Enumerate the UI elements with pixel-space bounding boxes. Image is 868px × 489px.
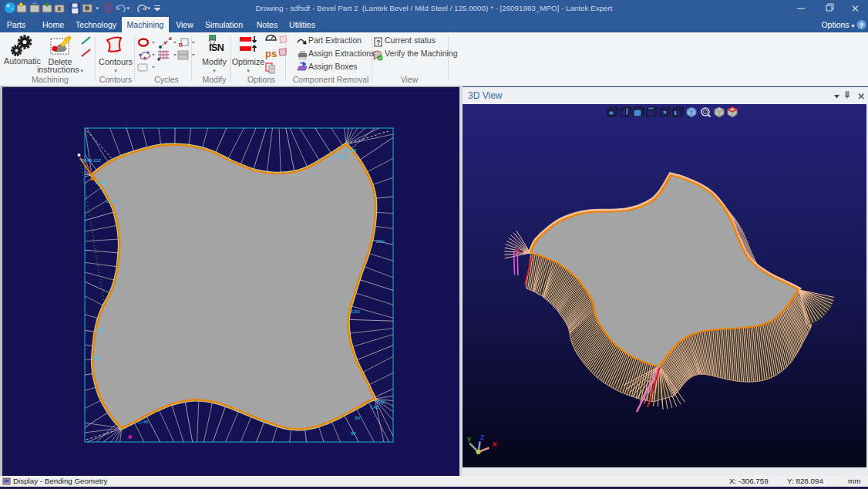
svg-text:C45: C45 [371,405,380,410]
svg-text:90: 90 [351,431,356,436]
svg-text:X: X [492,440,496,448]
svg-text:B149.212: B149.212 [82,158,102,163]
svg-text:C90: C90 [376,239,385,244]
svg-text:C-90: C-90 [106,199,117,204]
svg-text:Z: Z [480,433,485,441]
svg-text:60: 60 [355,416,361,420]
svg-text:C180: C180 [335,154,346,159]
svg-text:C-45: C-45 [139,420,150,424]
svg-text:C30: C30 [377,400,386,404]
svg-text:Y: Y [466,436,471,443]
svg-text:C45: C45 [93,356,102,360]
svg-text:C135: C135 [96,180,107,185]
svg-text:ps: ps [265,48,277,59]
svg-text:?: ? [860,22,864,29]
svg-text:C90: C90 [352,309,361,314]
svg-text:C45: C45 [96,328,105,332]
svg-text:?: ? [376,39,381,46]
svg-text:ISN: ISN [209,42,224,53]
svg-text:C135: C135 [345,148,357,153]
